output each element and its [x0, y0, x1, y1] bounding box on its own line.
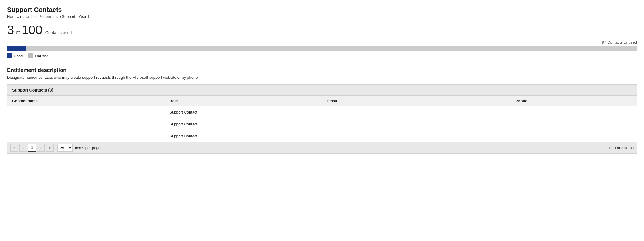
legend-unused-label: Unused — [35, 54, 48, 58]
legend-used-label: Used — [14, 54, 23, 58]
pagination-bar: « ‹ 1 › » 25 50 100 items per page 1 - 3… — [7, 142, 637, 153]
pagination-first-button[interactable]: « — [10, 144, 18, 152]
cell-phone-2 — [511, 118, 637, 130]
cell-email-1 — [322, 106, 511, 118]
items-per-page-label: items per page — [75, 146, 101, 150]
cell-role-1: Support Contact — [165, 106, 322, 118]
table-row: Support Contact — [7, 130, 637, 142]
entitlement-title: Entitlement description — [7, 67, 637, 73]
cell-role-2: Support Contact — [165, 118, 322, 130]
col-email: Email — [322, 96, 511, 106]
cell-phone-1 — [511, 106, 637, 118]
legend-unused: Unused — [28, 53, 48, 58]
page-title: Support Contacts — [7, 6, 637, 14]
progress-bar-container — [7, 46, 637, 51]
legend-used-box — [7, 53, 12, 58]
legend-row: Used Unused — [7, 53, 637, 58]
pagination-info: 1 - 3 of 3 items — [608, 146, 634, 150]
cell-contact-name-3 — [7, 130, 165, 142]
cell-role-3: Support Contact — [165, 130, 322, 142]
cell-contact-name-2 — [7, 118, 165, 130]
entitlement-description: Designate named contacts who may create … — [7, 75, 637, 80]
cell-contact-name-1 — [7, 106, 165, 118]
table-row: Support Contact — [7, 118, 637, 130]
page-subtitle: Northwind Unified Performance Support - … — [7, 14, 637, 19]
cell-email-2 — [322, 118, 511, 130]
pagination-last-button[interactable]: » — [46, 144, 54, 152]
cell-phone-3 — [511, 130, 637, 142]
table-header-row: Contact name ↓ Role Email Phone — [7, 96, 637, 106]
pagination-prev-button[interactable]: ‹ — [19, 144, 27, 152]
table-section-header: Support Contacts (3) — [7, 85, 637, 96]
legend-used: Used — [7, 53, 23, 58]
progress-bar-fill — [7, 46, 26, 51]
col-phone: Phone — [511, 96, 637, 106]
table-wrapper: Support Contacts (3) Contact name ↓ Role… — [7, 84, 637, 154]
contacts-of-label: of — [16, 30, 20, 35]
unused-label-right: 97 Contacts Unused — [7, 40, 637, 45]
cell-email-3 — [322, 130, 511, 142]
contacts-used-label: Contacts used — [45, 30, 72, 35]
pagination-current-page[interactable]: 1 — [28, 144, 36, 152]
legend-unused-box — [28, 53, 33, 58]
col-role: Role — [165, 96, 322, 106]
contacts-total-count: 100 — [22, 23, 42, 37]
pagination-next-button[interactable]: › — [37, 144, 45, 152]
table-row: Support Contact — [7, 106, 637, 118]
contacts-used-count: 3 — [7, 23, 14, 37]
items-per-page-select[interactable]: 25 50 100 — [57, 144, 73, 152]
contacts-count-row: 3 of 100 Contacts used — [7, 23, 637, 37]
contacts-table: Contact name ↓ Role Email Phone Support … — [7, 96, 637, 142]
sort-arrow-contact-name: ↓ — [40, 99, 42, 103]
col-contact-name[interactable]: Contact name ↓ — [7, 96, 165, 106]
